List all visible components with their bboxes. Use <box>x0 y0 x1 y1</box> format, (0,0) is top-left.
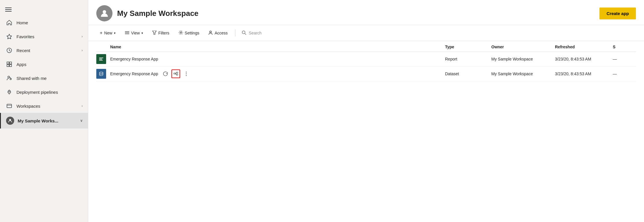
svg-rect-26 <box>176 72 178 73</box>
svg-point-7 <box>10 78 12 80</box>
row2-owner: My Sample Workspace <box>491 71 555 76</box>
svg-point-11 <box>9 119 11 121</box>
search-icon <box>242 30 246 36</box>
svg-line-29 <box>175 74 176 75</box>
refresh-button[interactable] <box>161 69 170 78</box>
row1-status: — <box>613 57 636 61</box>
access-label: Access <box>215 31 228 35</box>
col-icon <box>96 45 110 49</box>
svg-point-18 <box>210 31 211 33</box>
row1-name-cell: Emergency Response App <box>110 57 445 61</box>
svg-marker-16 <box>152 31 156 35</box>
toolbar-divider <box>235 30 235 36</box>
workspace-info: My Sample Workspace <box>96 5 198 21</box>
sidebar-item-my-sample-label: My Sample Works... <box>18 118 80 123</box>
sidebar-item-workspaces-label: Workspaces <box>16 104 82 109</box>
main-content: My Sample Workspace Create app + New ▾ V… <box>88 0 644 222</box>
create-app-button[interactable]: Create app <box>599 8 636 19</box>
chevron-right-icon: › <box>82 34 83 38</box>
new-label: New <box>104 31 112 35</box>
star-icon <box>6 33 12 40</box>
svg-rect-22 <box>99 59 102 59</box>
item-icon-report <box>96 54 110 64</box>
svg-line-28 <box>175 73 176 74</box>
sidebar-item-apps[interactable]: Apps <box>0 57 88 71</box>
sidebar-item-deployment[interactable]: Deployment pipelines <box>0 85 88 99</box>
sidebar: Home Favorites › Recent › Apps <box>0 0 88 222</box>
view-icon <box>125 31 129 35</box>
access-button[interactable]: Access <box>205 28 231 38</box>
table-row: Emergency Response App Report My Sample … <box>96 52 636 67</box>
filters-button[interactable]: Filters <box>149 28 173 38</box>
sidebar-item-workspaces[interactable]: Workspaces › <box>0 99 88 113</box>
search-label: Search <box>249 31 261 35</box>
grid-icon <box>6 61 12 67</box>
svg-point-17 <box>180 32 182 33</box>
row1-refreshed: 3/23/20, 8:43:53 AM <box>555 57 613 61</box>
sidebar-item-recent[interactable]: Recent › <box>0 43 88 57</box>
svg-point-30 <box>186 72 187 73</box>
plus-icon: + <box>100 30 102 36</box>
clock-icon <box>6 47 12 54</box>
person-share-icon <box>6 75 12 81</box>
sidebar-item-shared[interactable]: Shared with me <box>0 71 88 85</box>
data-lineage-button[interactable] <box>171 69 180 78</box>
workspace-title: My Sample Workspace <box>117 9 198 18</box>
chevron-down-icon: ▾ <box>141 31 143 35</box>
rocket-icon <box>6 89 12 95</box>
row2-status: — <box>613 71 636 76</box>
row2-type: Dataset <box>445 71 491 76</box>
workspace-icon <box>6 103 12 109</box>
access-icon <box>208 30 213 36</box>
col-refreshed: Refreshed <box>555 45 613 49</box>
svg-marker-0 <box>7 34 12 39</box>
table-header: Name Type Owner Refreshed S <box>96 41 636 52</box>
svg-line-20 <box>245 33 246 35</box>
filters-label: Filters <box>158 31 169 35</box>
svg-rect-5 <box>10 65 12 67</box>
svg-rect-21 <box>99 58 103 58</box>
sidebar-item-my-sample[interactable]: My Sample Works... ∨ <box>0 113 88 129</box>
svg-point-12 <box>103 10 106 14</box>
col-type: Type <box>445 45 491 49</box>
chevron-right-icon: › <box>82 48 83 52</box>
sidebar-item-favorites[interactable]: Favorites › <box>0 30 88 43</box>
sidebar-item-home-label: Home <box>16 20 83 25</box>
row2-refreshed: 3/23/20, 8:43:53 AM <box>555 71 613 76</box>
hamburger-menu[interactable] <box>0 0 88 16</box>
chevron-right-icon: › <box>82 104 83 108</box>
svg-point-6 <box>8 76 10 78</box>
chevron-down-icon: ∨ <box>80 119 83 123</box>
search-button[interactable]: Search <box>242 30 261 36</box>
table-row: Emergency Response App <box>96 67 636 81</box>
more-options-button[interactable] <box>182 69 191 78</box>
workspace-header: My Sample Workspace Create app <box>88 0 644 25</box>
settings-label: Settings <box>185 31 200 35</box>
col-owner: Owner <box>491 45 555 49</box>
view-button[interactable]: View ▾ <box>121 28 147 38</box>
filter-icon <box>152 31 156 36</box>
sidebar-item-apps-label: Apps <box>16 62 83 67</box>
item-icon-dataset <box>96 69 110 79</box>
svg-rect-3 <box>10 62 12 64</box>
items-table: Name Type Owner Refreshed S Emergency Re… <box>88 41 644 222</box>
svg-rect-4 <box>7 65 9 67</box>
sidebar-item-recent-label: Recent <box>16 48 82 53</box>
settings-button[interactable]: Settings <box>175 28 203 38</box>
toolbar: + New ▾ View ▾ Filters Settings <box>88 25 644 41</box>
row2-name-cell: Emergency Response App <box>110 69 445 78</box>
row1-type: Report <box>445 57 491 61</box>
sidebar-item-shared-label: Shared with me <box>16 76 83 81</box>
col-name: Name <box>110 45 445 49</box>
report-icon <box>96 54 106 64</box>
svg-rect-9 <box>7 104 12 108</box>
sidebar-item-favorites-label: Favorites <box>16 34 82 39</box>
new-button[interactable]: + New ▾ <box>96 28 119 38</box>
svg-point-32 <box>186 75 187 76</box>
svg-rect-23 <box>99 60 103 60</box>
sidebar-nav: Home Favorites › Recent › Apps <box>0 16 88 222</box>
svg-rect-2 <box>7 62 9 64</box>
settings-icon <box>179 30 183 36</box>
svg-rect-25 <box>174 73 175 74</box>
sidebar-item-home[interactable]: Home <box>0 16 88 30</box>
